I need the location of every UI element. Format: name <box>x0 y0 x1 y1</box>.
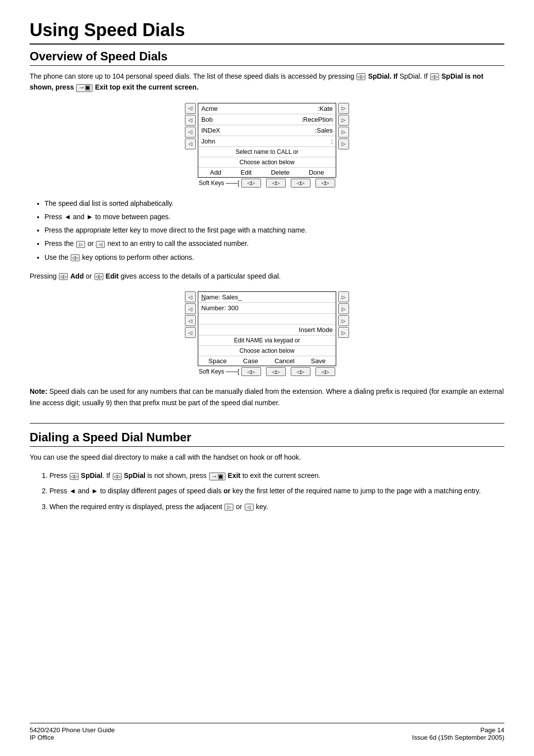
section-divider <box>30 423 504 424</box>
phone-screen-1: Acme : Kate Bob : RecePtion INDeX : Sale… <box>198 103 336 178</box>
bullet-3: Press the appropriate letter key to move… <box>44 224 504 236</box>
left-arrow-1: ◁ <box>185 103 196 114</box>
note-paragraph: Note: Speed dials can be used for any nu… <box>30 386 504 408</box>
softkey-delete[interactable]: Delete <box>271 169 290 176</box>
right-arrow-1: ▷ <box>338 103 349 114</box>
spdial-icon-1: ◁▷ <box>356 73 365 80</box>
bullet-4: Press the ▷ or ◁ next to an entry to cal… <box>44 237 504 250</box>
screen2-action2: Choose action below <box>198 346 336 356</box>
right-arrow-2-2: ▷ <box>338 303 349 314</box>
diagram2-inner: ◁ ◁ ◁ ◁ Name: Sales_ Number: 300 <box>185 291 349 366</box>
phone-screen-2: Name: Sales_ Number: 300 Insert Mode Edi… <box>198 291 336 366</box>
screen2-row-insert: Insert Mode <box>198 325 336 335</box>
right-arrow-4: ▷ <box>338 139 349 149</box>
right-arrow-2-4: ▷ <box>338 327 349 338</box>
left-arrow-2-2: ◁ <box>185 303 196 314</box>
soft-keys-line-2: Soft Keys ——[ ◁▷ ◁▷ ◁▷ ◁▷ <box>199 367 335 376</box>
left-soft-icon: ◁ <box>96 241 105 248</box>
bullet-2: Press ◄ and ► to move between pages. <box>44 211 504 223</box>
left-arrow-buttons-2: ◁ ◁ ◁ ◁ <box>185 291 196 338</box>
dialing-section: Dialing a Speed Dial Number You can use … <box>30 430 504 513</box>
step1-exit-icon: →▣ <box>209 472 225 480</box>
add-soft-icon: ◁▷ <box>59 273 68 280</box>
sk-btn-4: ◁▷ <box>315 179 335 188</box>
overview-section: Overview of Speed Dials The phone can st… <box>30 49 504 408</box>
step3-right-icon: ▷ <box>224 504 233 511</box>
softkey-add[interactable]: Add <box>210 169 221 176</box>
sk2-btn-1: ◁▷ <box>241 367 261 376</box>
pressing-add-edit-text: Pressing ◁▷ Add or ◁▷ Edit gives access … <box>30 271 504 282</box>
screen-row-john: John : <box>198 136 336 147</box>
footer-left: 5420/2420 Phone User Guide IP Office <box>30 726 115 741</box>
bullet-5: Use the ◁▷ key options to perform other … <box>44 251 504 264</box>
sk-btn-3: ◁▷ <box>291 179 311 188</box>
left-arrow-2-4: ◁ <box>185 327 196 338</box>
footer-guide-title: 5420/2420 Phone User Guide <box>30 726 115 734</box>
left-arrow-2-1: ◁ <box>185 291 196 302</box>
right-arrow-2-3: ▷ <box>338 315 349 326</box>
soft-keys-label-1: Soft Keys ——[ <box>199 180 239 187</box>
dialing-intro: You can use the speed dial directory to … <box>30 452 504 463</box>
screen-action2: Choose action below <box>198 157 336 168</box>
soft-key-icons-1: ◁▷ ◁▷ ◁▷ ◁▷ <box>241 179 335 188</box>
sk2-btn-2: ◁▷ <box>266 367 286 376</box>
footer-issue: Issue 6d (15th September 2005) <box>412 734 504 741</box>
left-arrow-2-3: ◁ <box>185 315 196 326</box>
overview-intro: The phone can store up to 104 personal s… <box>30 71 504 93</box>
step-3: When the required entry is displayed, pr… <box>49 501 504 513</box>
footer-page-number: Page 14 <box>412 726 504 734</box>
softkey-edit[interactable]: Edit <box>241 169 252 176</box>
screen2-row-number: Number: 300 <box>198 303 336 314</box>
left-arrow-4: ◁ <box>185 139 196 149</box>
sk-btn-1: ◁▷ <box>241 179 261 188</box>
soft-keys-line-1: Soft Keys ——[ ◁▷ ◁▷ ◁▷ ◁▷ <box>199 179 335 188</box>
note-label: Note: <box>30 387 47 395</box>
right-soft-icon: ▷ <box>76 241 85 248</box>
diagram1-inner: ◁ ◁ ◁ ◁ Acme : Kate Bob : RecePtion <box>185 103 349 178</box>
screen2-softkeys: Space Case Cancel Save <box>198 356 336 366</box>
soft-key-icons-2: ◁▷ ◁▷ ◁▷ ◁▷ <box>241 367 335 376</box>
sk2-btn-4: ◁▷ <box>315 367 335 376</box>
right-arrow-buttons-2: ▷ ▷ ▷ ▷ <box>338 291 349 338</box>
diagram1: ◁ ◁ ◁ ◁ Acme : Kate Bob : RecePtion <box>185 103 349 188</box>
diagram1-wrapper: ◁ ◁ ◁ ◁ Acme : Kate Bob : RecePtion <box>30 103 504 188</box>
diagram2: ◁ ◁ ◁ ◁ Name: Sales_ Number: 300 <box>185 291 349 376</box>
step3-left-icon: ◁ <box>245 504 254 511</box>
left-arrow-3: ◁ <box>185 127 196 138</box>
right-arrow-3: ▷ <box>338 127 349 138</box>
dialing-steps: Press ◁▷ SpDial. If ◁▷ SpDial is not sho… <box>30 470 504 513</box>
page-title: Using Speed Dials <box>30 20 504 45</box>
exit-icon: →▣ <box>76 84 92 92</box>
softkey2-space[interactable]: Space <box>209 357 227 365</box>
screen-softkeys: Add Edit Delete Done <box>198 168 336 177</box>
softkey2-case[interactable]: Case <box>243 357 258 365</box>
spdial-icon-2: ◁▷ <box>430 73 439 80</box>
overview-heading: Overview of Speed Dials <box>30 49 504 66</box>
dialing-heading: Dialing a Speed Dial Number <box>30 430 504 447</box>
key-icon: ◁▷ <box>71 254 80 261</box>
overview-bullets: The speed dial list is sorted alphabetic… <box>30 197 504 264</box>
sk-btn-2: ◁▷ <box>266 179 286 188</box>
right-arrow-buttons: ▷ ▷ ▷ ▷ <box>338 103 349 150</box>
step-1: Press ◁▷ SpDial. If ◁▷ SpDial is not sho… <box>49 470 504 482</box>
footer-office: IP Office <box>30 734 115 741</box>
sk2-btn-3: ◁▷ <box>291 367 311 376</box>
softkey-done[interactable]: Done <box>309 169 324 176</box>
diagram2-wrapper: ◁ ◁ ◁ ◁ Name: Sales_ Number: 300 <box>30 291 504 376</box>
screen2-row-name: Name: Sales_ <box>198 292 336 303</box>
softkey2-save[interactable]: Save <box>311 357 326 365</box>
left-arrow-2: ◁ <box>185 115 196 126</box>
screen2-action1: Edit NAME via keypad or <box>198 335 336 346</box>
edit-soft-icon: ◁▷ <box>94 273 103 280</box>
screen2-row-empty <box>198 314 336 325</box>
softkey2-cancel[interactable]: Cancel <box>274 357 294 365</box>
step-2: Press ◄ and ► to display different pages… <box>49 485 504 497</box>
step1-spdial-icon2: ◁▷ <box>113 473 122 480</box>
step1-spdial-icon: ◁▷ <box>70 473 79 480</box>
left-arrow-buttons: ◁ ◁ ◁ ◁ <box>185 103 196 150</box>
screen-action1: Select name to CALL or <box>198 147 336 157</box>
bullet-1: The speed dial list is sorted alphabetic… <box>44 197 504 210</box>
right-arrow-2-1: ▷ <box>338 291 349 302</box>
screen-row-acme: Acme : Kate <box>198 103 336 114</box>
soft-keys-label-2: Soft Keys ——[ <box>199 368 239 375</box>
